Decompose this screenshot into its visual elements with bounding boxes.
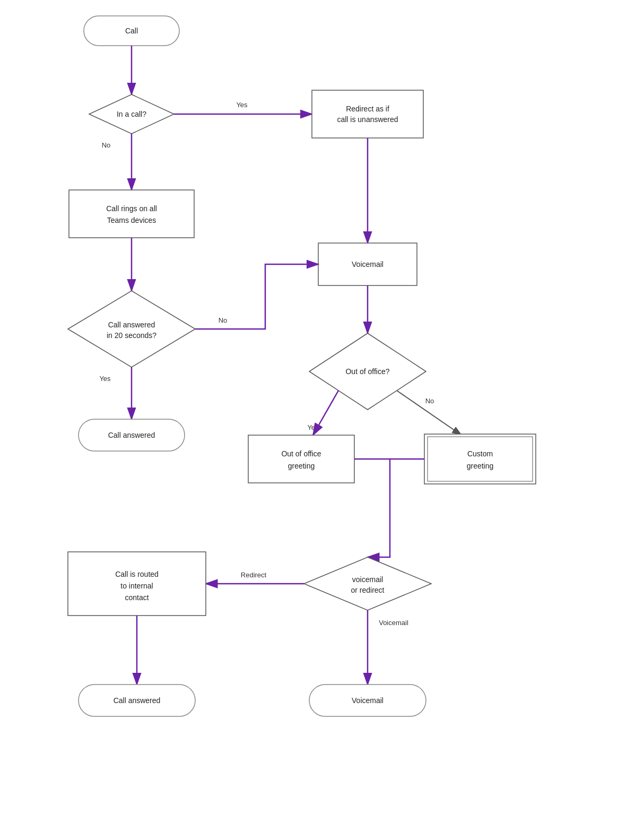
out-of-office-greeting-label: Out of office <box>281 449 321 458</box>
yes-label-inacall: Yes <box>236 101 248 109</box>
voicemail-box-label: Voicemail <box>352 260 384 269</box>
call-routed-label: Call is routed <box>115 570 159 578</box>
out-of-office-label: Out of office? <box>345 367 389 376</box>
voicemail-or-redirect-label: voicemail <box>352 575 383 584</box>
redirect-unanswered-node <box>312 90 423 138</box>
call-answered-terminal-label: Call answered <box>108 431 155 439</box>
voicemail-final-label: Voicemail <box>352 696 384 705</box>
no-label-outofoffice: No <box>425 397 434 405</box>
out-of-office-greeting-node <box>248 435 354 483</box>
no-label-answeredq: No <box>219 316 228 324</box>
call-answered-final-label: Call answered <box>114 696 161 705</box>
call-rings-label2: Teams devices <box>107 216 156 224</box>
arrow-oof-greeting-to-decision <box>354 459 390 557</box>
custom-greeting-label2: greeting <box>467 462 494 470</box>
yes-label-answeredq: Yes <box>99 375 111 383</box>
call-rings-node <box>69 190 194 238</box>
custom-greeting-label: Custom <box>467 449 493 458</box>
call-answered-q-label: Call answered <box>108 321 155 329</box>
call-label: Call <box>125 27 138 35</box>
voicemail-label-decision: Voicemail <box>379 619 408 627</box>
custom-greeting-node-inner <box>428 437 533 481</box>
call-rings-label: Call rings on all <box>106 204 157 213</box>
out-of-office-greeting-label2: greeting <box>288 462 315 470</box>
call-answered-q-label2: in 20 seconds? <box>107 331 156 340</box>
arrow-outofoffice-yes <box>313 391 338 435</box>
call-routed-label2: to internal <box>120 582 153 590</box>
in-a-call-label: In a call? <box>117 110 146 118</box>
call-answered-q-node <box>68 291 195 367</box>
redirect-unanswered-label2: call is unanswered <box>337 115 398 124</box>
no-label-inacall: No <box>102 141 111 149</box>
redirect-unanswered-label: Redirect as if <box>346 105 389 113</box>
call-routed-label3: contact <box>125 593 149 602</box>
voicemail-or-redirect-label2: or redirect <box>351 586 384 594</box>
arrow-answeredq-no <box>195 264 318 329</box>
redirect-label: Redirect <box>241 571 267 579</box>
voicemail-or-redirect-node <box>304 557 431 610</box>
